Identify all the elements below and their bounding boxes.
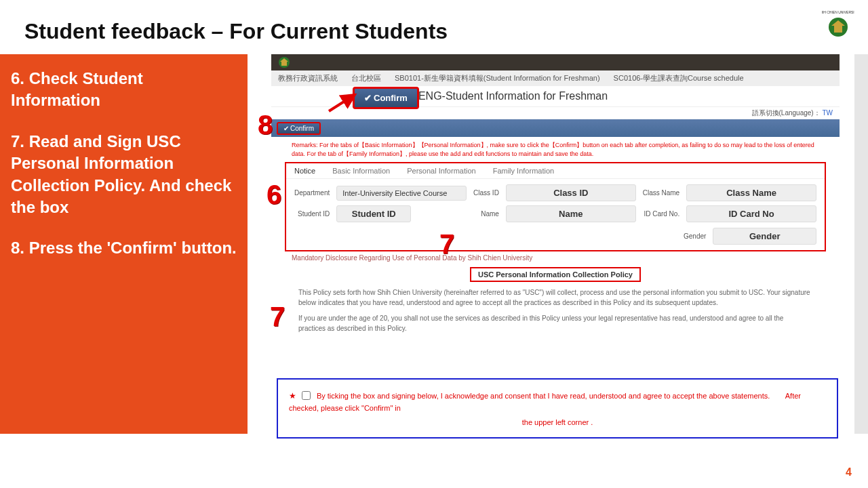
svg-rect-3 [834, 26, 842, 33]
dept-value: Inter-University Elective Course [336, 186, 467, 201]
annotation-8: 8 [258, 110, 273, 140]
policy-title-box: USC Personal Information Collection Poli… [271, 267, 840, 282]
student-info-card: Notice Basic Information Personal Inform… [285, 162, 826, 251]
id-card-label: ID Card No. [643, 210, 679, 218]
page-number: 4 [846, 466, 852, 479]
svg-line-8 [329, 95, 355, 111]
annotation-6: 6 [267, 180, 281, 210]
policy-title: USC Personal Information Collection Poli… [470, 267, 641, 282]
disclosure-heading: Mandatory Disclosure Regarding Use of Pe… [271, 251, 840, 264]
lang-link-tw[interactable]: TW [822, 109, 833, 117]
remarks-text: Remarks: For the tabs of【Basic Informati… [271, 137, 840, 162]
tabs: Notice Basic Information Personal Inform… [286, 163, 825, 179]
annotation-7-upper: 7 [439, 229, 454, 260]
gender-row: Gender Gender [675, 228, 825, 250]
confirm-button[interactable]: ✔Confirm [277, 122, 321, 135]
tab-family[interactable]: Family Information [493, 167, 554, 175]
breadcrumb-item[interactable]: SB0101-新生學籍資料填報(Student Information for … [395, 73, 600, 83]
consent-hint-2: the upper left corner . [522, 418, 593, 426]
consent-box: ★ By ticking the box and signing below, … [277, 378, 838, 439]
confirm-label: Confirm [374, 93, 408, 103]
tab-notice[interactable]: Notice [294, 167, 315, 175]
class-name-value: Class Name [686, 184, 816, 201]
policy-paragraph-1: This Policy sets forth how Shih Chien Un… [271, 285, 840, 310]
slide-edge [854, 54, 868, 434]
gender-value: Gender [713, 228, 816, 245]
step-6-text: 6. Check Student Information [11, 68, 237, 112]
policy-paragraph-2: If you are under the age of 20, you shal… [271, 310, 840, 336]
breadcrumb-item[interactable]: SC0106-學生課表查詢Course schedule [614, 73, 744, 83]
student-id-value: Student ID [336, 205, 411, 222]
annotation-7-lower: 7 [270, 302, 285, 332]
svg-rect-6 [281, 62, 287, 66]
required-star-icon: ★ [289, 391, 296, 401]
consent-checkbox[interactable] [302, 391, 311, 400]
gender-label: Gender [684, 232, 706, 240]
id-card-value: ID Card No [686, 205, 816, 222]
lang-label: 語系切換(Language)： [752, 109, 821, 117]
instruction-sidebar: 6. Check Student Information 7. Read and… [0, 54, 248, 434]
step-7-text: 7. Read and Sign USC Personal Informatio… [11, 131, 237, 219]
tab-personal[interactable]: Personal Information [407, 167, 476, 175]
class-name-label: Class Name [643, 189, 679, 197]
class-id-value: Class ID [506, 184, 636, 201]
university-logo: SHIH CHIEN UNIVERSITY [822, 8, 854, 41]
slide-title: Student feedback – For Current Students [24, 19, 448, 44]
name-label: Name [473, 210, 499, 218]
student-id-label: Student ID [294, 210, 330, 218]
section-header-bar: ✔Confirm [271, 119, 840, 137]
tab-basic[interactable]: Basic Information [332, 167, 390, 175]
class-id-label: Class ID [473, 189, 499, 197]
fields-grid: Department Inter-University Elective Cou… [286, 179, 825, 228]
check-icon: ✔ [364, 93, 372, 103]
name-value: Name [506, 205, 636, 222]
dept-label: Department [294, 189, 330, 197]
breadcrumb-item[interactable]: 台北校區 [351, 73, 381, 83]
app-top-bar [271, 54, 840, 70]
breadcrumb: 教務行政資訊系統 台北校區 SB0101-新生學籍資料填報(Student In… [271, 70, 840, 86]
arrow-to-confirm-icon [328, 92, 358, 113]
step-8-text: 8. Press the 'Confirm' button. [11, 237, 237, 259]
confirm-button-callout[interactable]: ✔Confirm [353, 87, 419, 109]
breadcrumb-item[interactable]: 教務行政資訊系統 [278, 73, 338, 83]
app-logo-icon [278, 56, 290, 68]
svg-text:SHIH CHIEN UNIVERSITY: SHIH CHIEN UNIVERSITY [822, 10, 854, 14]
check-icon: ✔ [283, 125, 289, 132]
consent-text: By ticking the box and signing below, I … [317, 392, 770, 400]
confirm-label: Confirm [290, 125, 314, 132]
